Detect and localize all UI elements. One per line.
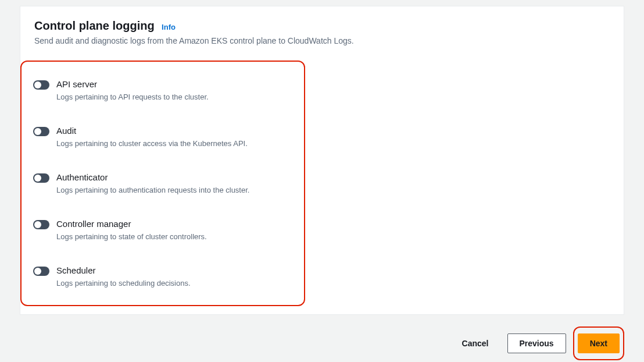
- option-desc: Logs pertaining to cluster access via th…: [56, 139, 292, 148]
- option-desc: Logs pertaining to state of cluster cont…: [56, 232, 292, 241]
- option-audit: Audit Logs pertaining to cluster access …: [33, 119, 292, 155]
- option-desc: Logs pertaining to API requests to the c…: [56, 93, 292, 101]
- option-authenticator: Authenticator Logs pertaining to authent…: [33, 165, 292, 201]
- panel-title: Control plane logging: [34, 19, 155, 32]
- toggle-authenticator[interactable]: [33, 173, 49, 183]
- panel-header: Control plane logging Info Send audit an…: [20, 6, 624, 52]
- option-desc: Logs pertaining to authentication reques…: [56, 186, 292, 194]
- option-label: Controller manager: [56, 219, 292, 229]
- previous-button[interactable]: Previous: [507, 333, 566, 353]
- option-label: Audit: [56, 126, 292, 136]
- option-desc: Logs pertaining to scheduling decisions.: [56, 279, 292, 288]
- option-controller-manager: Controller manager Logs pertaining to st…: [33, 212, 292, 248]
- next-button-highlight: Next: [573, 326, 624, 360]
- next-button[interactable]: Next: [578, 333, 620, 353]
- wizard-footer: Cancel Previous Next: [0, 315, 644, 362]
- toggle-scheduler[interactable]: [33, 267, 49, 276]
- control-plane-logging-panel: Control plane logging Info Send audit an…: [20, 6, 624, 315]
- cancel-button[interactable]: Cancel: [450, 334, 500, 353]
- option-label: Authenticator: [56, 172, 292, 182]
- info-link[interactable]: Info: [162, 23, 176, 31]
- toggle-audit[interactable]: [33, 127, 49, 136]
- option-scheduler: Scheduler Logs pertaining to scheduling …: [33, 258, 292, 294]
- panel-subtitle: Send audit and diagnostic logs from the …: [34, 36, 610, 45]
- option-label: Scheduler: [56, 265, 292, 275]
- logging-options-highlight: API server Logs pertaining to API reques…: [20, 61, 305, 306]
- toggle-controller-manager[interactable]: [33, 220, 49, 229]
- option-api-server: API server Logs pertaining to API reques…: [33, 72, 292, 108]
- option-label: API server: [56, 79, 292, 89]
- toggle-api-server[interactable]: [33, 80, 49, 90]
